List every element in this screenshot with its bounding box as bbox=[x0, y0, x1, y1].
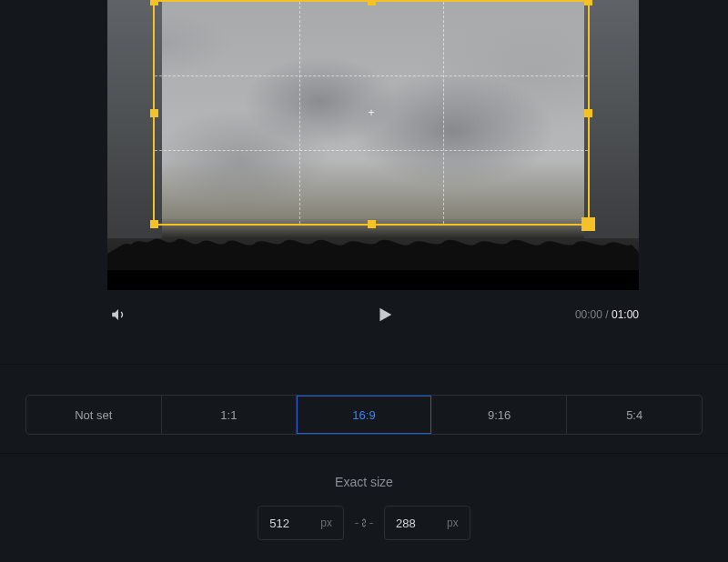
ratio-1-1[interactable]: 1:1 bbox=[162, 396, 298, 434]
divider bbox=[0, 453, 728, 454]
playback-bar: 00:00 / 01:00 bbox=[107, 298, 639, 331]
video-pillar-right bbox=[584, 0, 639, 238]
play-icon bbox=[374, 305, 394, 325]
video-tree-silhouette bbox=[107, 232, 639, 270]
ratio-16-9[interactable]: 16:9 bbox=[297, 396, 432, 434]
volume-icon bbox=[110, 306, 126, 323]
divider bbox=[0, 364, 728, 365]
play-button[interactable] bbox=[370, 301, 398, 328]
unit-label: px bbox=[447, 517, 459, 529]
width-input[interactable] bbox=[269, 517, 306, 530]
exact-size-row: px px bbox=[0, 506, 728, 540]
link-icon bbox=[360, 516, 368, 530]
crop-editor-root: + 00:00 / 01:00 bbox=[0, 0, 728, 562]
height-field[interactable]: px bbox=[384, 506, 470, 540]
video-preview[interactable] bbox=[107, 0, 639, 290]
ratio-not-set[interactable]: Not set bbox=[26, 396, 162, 434]
ratio-9-16[interactable]: 9:16 bbox=[432, 396, 568, 434]
volume-button[interactable] bbox=[107, 304, 129, 326]
ratio-5-4[interactable]: 5:4 bbox=[567, 396, 702, 434]
exact-size-label: Exact size bbox=[0, 475, 728, 489]
width-field[interactable]: px bbox=[258, 506, 344, 540]
time-current: 00:00 bbox=[575, 308, 602, 321]
playback-time: 00:00 / 01:00 bbox=[575, 308, 639, 321]
unit-label: px bbox=[320, 517, 332, 529]
height-input[interactable] bbox=[396, 517, 432, 530]
time-separator: / bbox=[605, 308, 608, 321]
video-black-bar bbox=[107, 270, 639, 290]
time-total: 01:00 bbox=[612, 308, 639, 321]
video-pillar-left bbox=[107, 0, 162, 238]
aspect-ratio-segmented: Not set 1:1 16:9 9:16 5:4 bbox=[25, 395, 703, 435]
link-dimensions-toggle[interactable] bbox=[355, 512, 373, 534]
